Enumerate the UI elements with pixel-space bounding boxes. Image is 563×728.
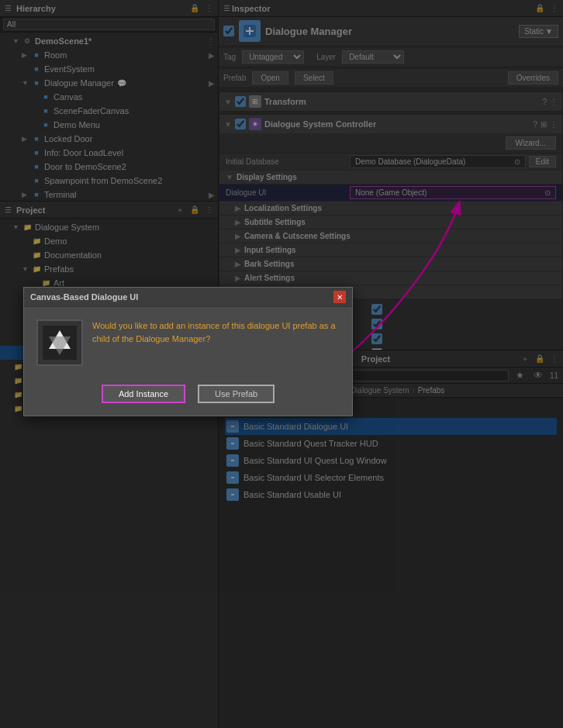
asset-item-quest-tracker[interactable]: Basic Standard Quest Tracker HUD bbox=[225, 435, 557, 452]
hierarchy-search-input[interactable] bbox=[3, 19, 215, 30]
asset-item-usable-ui[interactable]: Basic Standard Usable UI bbox=[225, 486, 557, 503]
prefab-open-button[interactable]: Open bbox=[252, 71, 288, 85]
modal-close-button[interactable]: ✕ bbox=[333, 291, 346, 303]
scene-icon: ⚙ bbox=[22, 36, 33, 47]
project-collapse-icon[interactable]: ☰ bbox=[3, 205, 13, 215]
camera-section[interactable]: ▶ Camera & Cutscene Settings bbox=[219, 229, 562, 243]
inspector-title: Inspector bbox=[232, 4, 534, 13]
localization-label: Localization Settings bbox=[244, 204, 322, 212]
project-eye-icon[interactable]: 👁 bbox=[531, 369, 545, 381]
prefab-select-button[interactable]: Select bbox=[295, 71, 333, 85]
project-item-prefabs[interactable]: ▼ 📁 Prefabs bbox=[0, 262, 218, 276]
tag-dropdown[interactable]: Untagged bbox=[242, 50, 304, 64]
project-lock-icon[interactable]: 🔒 bbox=[188, 205, 201, 215]
tree-item-room[interactable]: ▶ ■ Room ▶ bbox=[0, 48, 218, 62]
component-transform-header[interactable]: ▼ ⊞ Transform ? ⋮ bbox=[219, 92, 562, 111]
wizard-button[interactable]: Wizard... bbox=[506, 136, 556, 150]
layer-dropdown[interactable]: Default bbox=[342, 50, 404, 64]
inspector-object-row: Dialogue Manager Static ▼ bbox=[219, 17, 563, 45]
alert-section[interactable]: ▶ Alert Settings bbox=[219, 271, 562, 285]
cube-icon: ■ bbox=[31, 175, 42, 186]
modal-body: Would you like to add an instance of thi… bbox=[24, 307, 352, 378]
asset-item-selector-elements[interactable]: Basic Standard UI Selector Elements bbox=[225, 469, 557, 486]
static-dropdown-icon: ▼ bbox=[545, 27, 553, 36]
tree-label-canvas: Canvas bbox=[54, 92, 82, 102]
folder-icon: 📁 bbox=[31, 236, 42, 247]
project-right-lock-icon[interactable]: 🔒 bbox=[534, 354, 546, 364]
inspector-menu-icon[interactable]: ☰ bbox=[222, 3, 232, 13]
bark-label: Bark Settings bbox=[244, 260, 294, 268]
hierarchy-lock-icon[interactable]: 🔒 bbox=[188, 3, 201, 13]
checkbox-1[interactable] bbox=[371, 304, 382, 315]
display-arrow-icon: ▼ bbox=[226, 173, 233, 181]
tree-item-spawnpoint[interactable]: ▶ ■ Spawnpoint from DemoScene2 bbox=[0, 174, 218, 188]
tree-item-locked-door[interactable]: ▶ ■ Locked Door bbox=[0, 132, 218, 146]
project-panel: ☰ Project ＋ 🔒 ⋮ ▼ 📁 Dialogue System bbox=[0, 202, 218, 728]
bark-section[interactable]: ▶ Bark Settings bbox=[219, 257, 562, 271]
hierarchy-collapse-icon[interactable]: ☰ bbox=[3, 3, 13, 13]
static-button[interactable]: Static ▼ bbox=[519, 25, 558, 38]
component-dialogue-header[interactable]: ▼ Dialogue System Controller ? ⊞ ⋮ bbox=[219, 115, 562, 133]
tree-item-door-demoscene2[interactable]: ▶ ■ Door to DemoScene2 bbox=[0, 160, 218, 174]
project-right-add-icon[interactable]: ＋ bbox=[520, 353, 530, 365]
project-more-icon[interactable]: ⋮ bbox=[204, 205, 215, 215]
database-ref-icon[interactable]: ⊙ bbox=[514, 157, 520, 166]
tree-item-eventsystem[interactable]: ▶ ■ EventSystem bbox=[0, 62, 218, 76]
tree-arrow: ▼ bbox=[12, 223, 20, 231]
asset-item-quest-log[interactable]: Basic Standard UI Quest Log Window bbox=[225, 452, 557, 469]
tree-arrow: ▶ bbox=[22, 191, 29, 198]
object-active-checkbox[interactable] bbox=[223, 26, 234, 36]
dialogue-help-icon[interactable]: ? bbox=[533, 120, 537, 129]
tree-item-demoscene[interactable]: ▼ ⚙ DemoScene1* ⋮ bbox=[0, 34, 218, 48]
checkbox-3[interactable] bbox=[371, 333, 382, 344]
project-right-more-icon[interactable]: ⋮ bbox=[549, 354, 560, 364]
database-edit-button[interactable]: Edit bbox=[529, 156, 556, 167]
project-star-icon[interactable]: ★ bbox=[513, 369, 527, 381]
breadcrumb-dialogue-system[interactable]: Dialogue System bbox=[351, 386, 409, 395]
tree-item-canvas[interactable]: ▶ ■ Canvas bbox=[0, 90, 218, 104]
localization-section[interactable]: ▶ Localization Settings bbox=[219, 202, 562, 216]
dialogue-ui-ref-icon[interactable]: ⊙ bbox=[544, 188, 551, 197]
modal-dialog[interactable]: Canvas-Based Dialogue UI ✕ Would you lik… bbox=[23, 287, 353, 416]
hierarchy-more-icon[interactable]: ⋮ bbox=[204, 3, 215, 13]
tree-item-dialogue-manager[interactable]: ▼ ■ Dialogue Manager 💬 ▶ bbox=[0, 76, 218, 90]
asset-item-dialogue-ui[interactable]: Basic Standard Dialogue UI bbox=[225, 418, 557, 435]
asset-icon-selector bbox=[226, 471, 239, 484]
breadcrumb-prefabs[interactable]: Prefabs bbox=[418, 386, 444, 395]
input-section[interactable]: ▶ Input Settings bbox=[219, 243, 562, 257]
tree-item-terminal[interactable]: ▶ ■ Terminal ▶ bbox=[0, 188, 218, 201]
cube-icon: ■ bbox=[31, 50, 42, 60]
project-item-demo[interactable]: ▶ 📁 Demo bbox=[0, 234, 218, 248]
dialogue-enabled-checkbox[interactable] bbox=[235, 119, 246, 129]
dialogue-settings-icon[interactable]: ⊞ bbox=[541, 120, 547, 129]
tree-label-eventsystem: EventSystem bbox=[44, 64, 95, 74]
tree-item-info-door[interactable]: ▶ ■ Info: Door LoadLevel bbox=[0, 146, 218, 160]
dialogue-ui-ref-value: None (Game Object) bbox=[355, 188, 427, 197]
transform-help-icon[interactable]: ? bbox=[542, 98, 547, 106]
add-instance-button[interactable]: Add Instance bbox=[102, 385, 185, 403]
inspector-lock-icon[interactable]: 🔒 bbox=[534, 3, 546, 13]
tree-item-demo-menu[interactable]: ▶ ■ Demo Menu bbox=[0, 118, 218, 132]
tree-arrow-empty: ▶ bbox=[22, 237, 29, 245]
checkbox-2[interactable] bbox=[371, 319, 382, 329]
subtitle-section[interactable]: ▶ Subtitle Settings bbox=[219, 216, 562, 229]
project-item-documentation[interactable]: ▶ 📁 Documentation bbox=[0, 248, 218, 262]
transform-settings-icon[interactable]: ⋮ bbox=[550, 98, 558, 106]
modal-title: Canvas-Based Dialogue UI bbox=[30, 292, 333, 302]
prefab-overrides-button[interactable]: Overrides bbox=[508, 71, 558, 85]
project-item-dialogue-system[interactable]: ▼ 📁 Dialogue System bbox=[0, 220, 218, 234]
dialogue-expand-icon: ▼ bbox=[224, 120, 232, 129]
dialogue-more-icon[interactable]: ⋮ bbox=[550, 120, 558, 129]
cam-arrow: ▶ bbox=[235, 232, 241, 240]
transform-enabled-checkbox[interactable] bbox=[235, 96, 246, 107]
inspector-more-icon[interactable]: ⋮ bbox=[549, 3, 560, 13]
transform-expand-icon: ▼ bbox=[224, 98, 232, 106]
display-settings-section[interactable]: ▼ Display Settings bbox=[219, 171, 562, 185]
tree-item-scenefadercanvas[interactable]: ▶ ■ SceneFaderCanvas bbox=[0, 104, 218, 118]
asset-label-usable: Basic Standard Usable UI bbox=[244, 490, 341, 499]
input-label: Input Settings bbox=[244, 246, 296, 254]
cube-icon: ■ bbox=[40, 91, 51, 102]
hierarchy-search-bar bbox=[0, 17, 218, 33]
project-add-icon[interactable]: ＋ bbox=[174, 204, 185, 216]
use-prefab-button[interactable]: Use Prefab bbox=[198, 385, 275, 403]
